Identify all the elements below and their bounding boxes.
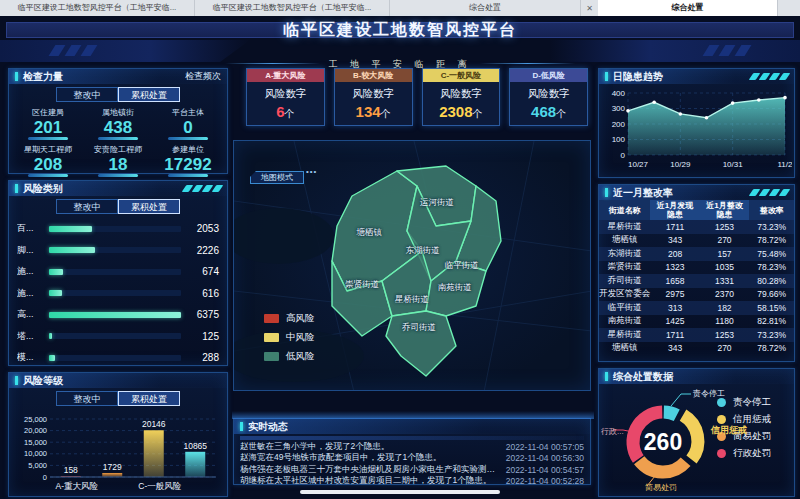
more-icon[interactable]: ••• [306,167,317,176]
daily-trend-area-chart: 400300200100010/2710/2910/3111/2 [601,85,792,177]
panel-risk-category-title-row: 风险类别 [9,181,227,196]
risk-card-label: 风险数字 [510,87,587,101]
browser-tab-bar: 临平区建设工地数智风控平台（工地平安临...临平区建设工地数智风控平台（工地平安… [0,0,800,16]
risk-category-row: 高...6375 [17,304,219,326]
table-cell: 塘栖镇 [599,342,650,356]
panel-realtime-title-row: 实时动态 [234,419,590,434]
map-water [234,208,334,264]
table-cell: 星桥街道 [599,328,650,342]
tab-cumulative[interactable]: 累积处置 [118,199,180,214]
svg-text:0: 0 [621,151,626,160]
svg-text:10865: 10865 [183,441,207,451]
svg-text:15,000: 15,000 [24,438,47,447]
header-decor-left [0,40,250,62]
map-legend-item: 中风险 [264,328,315,347]
svg-text:158: 158 [64,465,78,475]
map-region-qiaosi[interactable] [386,311,456,376]
svg-text:C-一般风险: C-一般风险 [138,481,181,491]
table-cell: 208 [650,247,699,261]
table-cell: 157 [700,247,749,261]
tab-close-icon[interactable]: ✕ [581,0,598,16]
risk-category-row: 塔...125 [17,326,219,348]
title-accent-icon [240,422,243,431]
legend-dot-icon [717,415,726,424]
table-header-row: 街道名称近1月发现隐患近1月整改隐患整改率 [599,200,794,220]
realtime-item: 胡继标在太平社区城中村改造安置房项目二期中，发现了1个隐患。2022-11-04… [240,476,584,488]
horizontal-scrollbar[interactable] [300,490,500,494]
risk-card: B-较大风险风险数字134个 [334,68,413,126]
browser-tab[interactable]: 综合处置 [598,0,778,16]
risk-card-count: 468个 [510,103,587,121]
svg-text:400: 400 [612,89,626,98]
risk-card-count: 2308个 [423,103,500,121]
risk-category-row: 百...2053 [17,218,219,240]
table-cell: 1035 [700,261,749,275]
table-cell: 80.28% [749,274,794,288]
slashes-icon [751,73,788,80]
risk-category-row: 脚...2226 [17,240,219,262]
table-cell: 塘栖镇 [599,234,650,248]
panel-title: 实时动态 [248,420,288,434]
table-cell: 79.66% [749,288,794,302]
title-accent-icon [605,188,608,197]
panel-risk-level: 风险等级 整改中累积处置 25,00020,00015,00010,0005,0… [8,372,228,497]
map-region-label: 运河街道 [420,197,454,209]
map-legend: 高风险中风险低风险 [264,309,315,366]
svg-text:A-重大风险: A-重大风险 [56,481,99,491]
panel-disposal: 综合处置数据 260 责令停工信用惩戒简易处罚行政处罚 责令停工 行政... 简… [598,368,795,497]
table-cell: 1331 [700,274,749,288]
tab-cumulative[interactable]: 累积处置 [118,87,180,102]
browser-tab[interactable]: 临平区建设工地数智风控平台（工地平安临... [195,0,390,16]
panel-trend-title-row: 日隐患趋势 [599,69,794,84]
column-header: 街道名称 [599,200,650,220]
inspection-frequency-link[interactable]: 检查频次 [185,70,221,83]
inspection-stat: 属地镇街438 [83,104,153,140]
panel-title: 风险类别 [23,182,63,196]
disposal-chart-area: 260 责令停工信用惩戒简易处罚行政处罚 责令停工 行政... 简易处罚 信用惩… [599,384,794,495]
table-cell: 78.23% [749,261,794,275]
callout-credit: 信用惩戒 [711,424,747,437]
realtime-highlight-row [240,436,584,440]
browser-tab[interactable]: 综合处置 [390,0,581,16]
table-cell: 1253 [700,328,749,342]
tab-cumulative[interactable]: 累积处置 [118,391,180,406]
risk-card-label: 风险数字 [335,87,412,101]
tab-rectifying[interactable]: 整改中 [56,199,118,214]
rectification-table: 街道名称近1月发现隐患近1月整改隐患整改率 星桥街道1711125373.23%… [599,200,794,355]
table-cell: 182 [700,301,749,315]
table-cell: 1711 [650,220,699,234]
table-cell: 270 [700,234,749,248]
table-row: 塘栖镇34327078.72% [599,234,794,248]
table-cell: 开发区管委会 [599,288,650,302]
column-header: 整改率 [749,200,794,220]
tab-rectifying[interactable]: 整改中 [56,87,118,102]
svg-text:300: 300 [612,104,626,113]
table-cell: 乔司街道 [599,274,650,288]
title-accent-icon [15,72,18,81]
risk-category-row: 施...616 [17,283,219,305]
map-region-label: 崇贤街道 [345,279,379,291]
browser-tab[interactable]: 临平区建设工地数智风控平台（工地平安临... [0,0,195,16]
dashboard-screen: 临平区建设工地数智风控平台（工地平安临...临平区建设工地数智风控平台（工地平安… [0,0,800,499]
callout-stop-work: 责令停工 [693,388,725,399]
page-subtitle: 工 地 平 安 临 距 离 [250,58,550,71]
map-legend-item: 低风险 [264,347,315,366]
table-cell: 2975 [650,288,699,302]
svg-text:200: 200 [612,120,626,129]
svg-text:260: 260 [644,429,682,455]
title-accent-icon [15,376,18,385]
tab-rectifying[interactable]: 整改中 [56,391,118,406]
map-region-label: 塘栖镇 [357,227,383,239]
table-row: 南苑街道1425118082.81% [599,315,794,329]
map-region-label: 乔司街道 [402,322,436,334]
title-accent-icon [605,372,608,381]
table-cell: 343 [650,234,699,248]
map-mode-button[interactable]: 地图模式 [250,171,304,184]
table-row: 崇贤街道1323103578.23% [599,261,794,275]
svg-text:10/29: 10/29 [670,160,691,169]
table-cell: 南苑街道 [599,315,650,329]
legend-swatch-icon [264,352,279,361]
panel-title: 日隐患趋势 [613,70,663,84]
table-row: 星桥街道1711125373.23% [599,328,794,342]
risk-card: C-一般风险风险数字2308个 [422,68,501,126]
